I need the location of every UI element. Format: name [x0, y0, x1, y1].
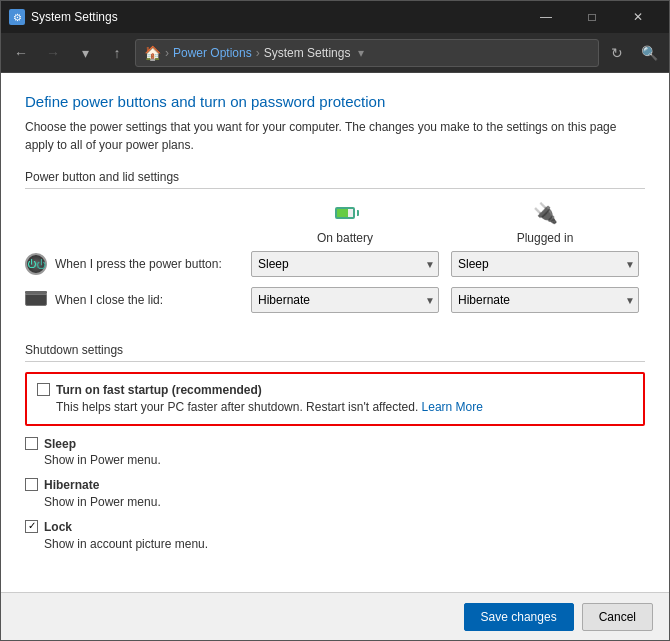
lock-checkbox[interactable]: ✓ [25, 520, 38, 533]
sleep-label: Sleep [44, 436, 76, 453]
window-title: System Settings [31, 10, 517, 24]
on-battery-label: On battery [317, 231, 373, 245]
system-settings-window: ⚙ System Settings — □ ✕ ← → ▾ ↑ 🏠 › Powe… [0, 0, 670, 641]
lid-row: When I close the lid: Hibernate ▼ Hibern… [25, 287, 645, 313]
hibernate-sublabel: Show in Power menu. [44, 494, 645, 511]
lid-plugged-value: Hibernate [458, 293, 510, 307]
lid-plugged-dropdown[interactable]: Hibernate [451, 287, 639, 313]
power-button-row: ⏻ When I press the power button: Sleep ▼… [25, 251, 645, 277]
lid-icon [25, 291, 47, 309]
close-button[interactable]: ✕ [615, 1, 661, 33]
recent-button[interactable]: ▾ [71, 39, 99, 67]
plugged-in-label: Plugged in [517, 231, 574, 245]
power-plugged-dropdown-container: Sleep ▼ [451, 251, 639, 277]
breadcrumb-dropdown-arrow[interactable]: ▾ [358, 46, 364, 60]
title-bar-controls: — □ ✕ [523, 1, 661, 33]
refresh-button[interactable]: ↻ [603, 39, 631, 67]
window-icon: ⚙ [9, 9, 25, 25]
sleep-checkbox[interactable] [25, 437, 38, 450]
power-plugged-value: Sleep [458, 257, 489, 271]
lid-label: When I close the lid: [55, 293, 163, 307]
search-button[interactable]: 🔍 [635, 39, 663, 67]
table-column-headers: On battery 🔌 Plugged in [25, 197, 645, 245]
hibernate-item: Hibernate Show in Power menu. [25, 477, 645, 511]
power-button-icon: ⏻ [25, 253, 47, 275]
home-icon: 🏠 [144, 45, 161, 61]
hibernate-label: Hibernate [44, 477, 99, 494]
fast-startup-label: Turn on fast startup (recommended) [56, 383, 262, 397]
page-title: Define power buttons and turn on passwor… [25, 93, 645, 110]
page-description: Choose the power settings that you want … [25, 118, 645, 154]
power-battery-dropdown-container: Sleep ▼ [251, 251, 439, 277]
fast-startup-checkbox[interactable] [37, 383, 50, 396]
lock-checkmark: ✓ [28, 521, 36, 531]
breadcrumb: 🏠 › Power Options › System Settings ▾ [135, 39, 599, 67]
power-battery-value: Sleep [258, 257, 289, 271]
lid-battery-value: Hibernate [258, 293, 310, 307]
lid-battery-dropdown-container: Hibernate ▼ [251, 287, 439, 313]
shutdown-section: Shutdown settings Turn on fast startup (… [25, 343, 645, 560]
on-battery-column-header: On battery [245, 197, 445, 245]
plugged-in-column-header: 🔌 Plugged in [445, 197, 645, 245]
lid-battery-dropdown[interactable]: Hibernate [251, 287, 439, 313]
lock-label: Lock [44, 519, 72, 536]
section1-header: Power button and lid settings [25, 170, 645, 189]
minimize-button[interactable]: — [523, 1, 569, 33]
section2-header: Shutdown settings [25, 343, 645, 362]
sleep-sublabel: Show in Power menu. [44, 452, 645, 469]
hibernate-checkbox[interactable] [25, 478, 38, 491]
footer: Save changes Cancel [1, 592, 669, 640]
title-bar: ⚙ System Settings — □ ✕ [1, 1, 669, 33]
power-options-link[interactable]: Power Options [173, 46, 252, 60]
sleep-item: Sleep Show in Power menu. [25, 436, 645, 470]
up-button[interactable]: ↑ [103, 39, 131, 67]
power-plugged-dropdown[interactable]: Sleep [451, 251, 639, 277]
power-button-label: When I press the power button: [55, 257, 222, 271]
fast-startup-box: Turn on fast startup (recommended) This … [25, 372, 645, 426]
power-button-table: On battery 🔌 Plugged in ⏻ When I press t… [25, 197, 645, 323]
lid-plugged-dropdown-container: Hibernate ▼ [451, 287, 639, 313]
forward-button[interactable]: → [39, 39, 67, 67]
address-bar: ← → ▾ ↑ 🏠 › Power Options › System Setti… [1, 33, 669, 73]
learn-more-link[interactable]: Learn More [422, 400, 483, 414]
maximize-button[interactable]: □ [569, 1, 615, 33]
power-battery-dropdown[interactable]: Sleep [251, 251, 439, 277]
cancel-button[interactable]: Cancel [582, 603, 653, 631]
current-page-label: System Settings [264, 46, 351, 60]
lock-item: ✓ Lock Show in account picture menu. [25, 519, 645, 553]
save-changes-button[interactable]: Save changes [464, 603, 574, 631]
fast-startup-item: Turn on fast startup (recommended) [37, 382, 633, 399]
lock-sublabel: Show in account picture menu. [44, 536, 645, 553]
fast-startup-desc: This helps start your PC faster after sh… [56, 399, 633, 416]
content-area: Define power buttons and turn on passwor… [1, 73, 669, 592]
back-button[interactable]: ← [7, 39, 35, 67]
